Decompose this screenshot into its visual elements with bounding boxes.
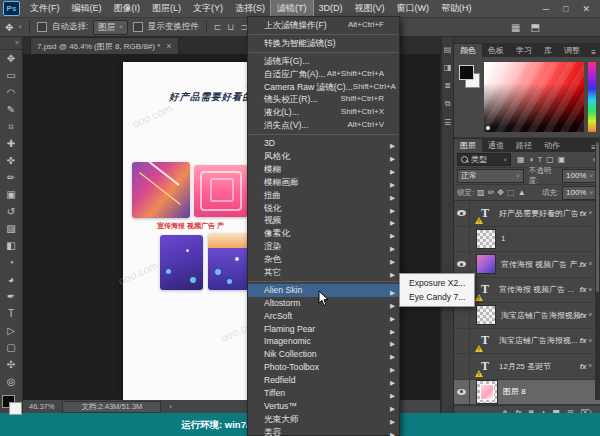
marquee-tool[interactable]: ▭	[0, 67, 22, 84]
layer-row[interactable]: T宣传海报 视频广告 ...fx˅	[454, 278, 600, 304]
shape-tool[interactable]: ▢	[0, 339, 22, 356]
layer-thumbnail[interactable]	[476, 305, 496, 325]
dodge-tool[interactable]: ◕	[0, 271, 22, 288]
filter-menu-item[interactable]: 3D▶	[248, 137, 399, 150]
menubar-item[interactable]: 文件(F)	[24, 0, 66, 17]
layer-thumbnail[interactable]: T	[476, 357, 494, 375]
visibility-toggle[interactable]	[454, 227, 470, 252]
menubar-item[interactable]: 窗口(W)	[391, 0, 436, 17]
brush-tool[interactable]: ✏	[0, 169, 22, 186]
layer-name[interactable]: 宣传海报 视频广告 产...	[501, 259, 580, 270]
align-icon[interactable]: ⊐	[240, 22, 247, 32]
hand-tool[interactable]: ✣	[0, 356, 22, 373]
filter-menu-item[interactable]: 风格化▶	[248, 150, 399, 163]
filter-menu-item[interactable]: 扭曲▶	[248, 189, 399, 202]
filter-menu-item[interactable]: 其它▶	[248, 266, 399, 279]
color-tab-库[interactable]: 库	[538, 44, 558, 57]
menubar-item[interactable]: 编辑(E)	[66, 0, 108, 17]
close-tab-icon[interactable]: ×	[166, 41, 171, 51]
filter-menu-item[interactable]: 转换为智能滤镜(S)	[248, 37, 399, 50]
menubar-item[interactable]: 图层(L)	[146, 0, 187, 17]
fill-dropdown[interactable]: 100% ˅	[562, 186, 597, 200]
layer-row[interactable]: 1	[454, 227, 600, 253]
minimize-button[interactable]: ─	[543, 4, 549, 14]
lock-option-icon[interactable]: ▨	[477, 188, 485, 197]
collapsed-panel-icon[interactable]: ▤	[444, 45, 452, 54]
auto-select-dropdown[interactable]: 图层 ˅	[93, 20, 128, 35]
color-tab-学习[interactable]: 学习	[510, 44, 538, 57]
background-color-swatch[interactable]	[9, 402, 22, 415]
zoom-tool[interactable]: ◎	[0, 373, 22, 390]
menubar-item[interactable]: 帮助(H)	[435, 0, 478, 17]
layers-tab-路径[interactable]: 路径	[510, 139, 538, 152]
menubar-item[interactable]: 图像(I)	[108, 0, 147, 17]
color-tab-颜色[interactable]: 颜色	[454, 44, 482, 57]
filter-menu-item[interactable]: 模糊▶	[248, 163, 399, 176]
layer-row[interactable]: 淘宝店铺广告海报视频...fx˅	[454, 303, 600, 329]
layer-type-filter-icon[interactable]: ▦	[517, 155, 525, 164]
plugin-submenu-item[interactable]: Exposure X2...	[400, 276, 474, 290]
collapsed-panel-icon[interactable]: ☰	[444, 118, 451, 127]
hue-ramp[interactable]	[588, 62, 596, 132]
menubar-item[interactable]: 选择(S)	[229, 0, 271, 17]
align-icon[interactable]: ⊔	[227, 22, 233, 32]
filter-menu-item[interactable]: Flaming Pear▶	[248, 323, 399, 336]
layers-tab-通道[interactable]: 通道	[482, 139, 510, 152]
visibility-toggle[interactable]	[454, 380, 470, 405]
layer-type-filter-icon[interactable]: ▢	[546, 155, 554, 164]
layer-name[interactable]: 淘宝店铺广告海报视频...	[501, 310, 580, 321]
move-tool-icon[interactable]: ✥	[5, 22, 13, 33]
layer-type-filter-icon[interactable]: ▣	[558, 155, 566, 164]
layer-row[interactable]: 图层 8	[454, 380, 600, 406]
close-button[interactable]: ✕	[582, 4, 590, 14]
filter-menu-item[interactable]: 镜头校正(R)...Shift+Ctrl+R	[248, 93, 399, 106]
layer-search-dropdown[interactable]: 类型 ˅	[457, 153, 511, 166]
move-tool[interactable]: ✥	[0, 50, 22, 67]
menubar-item[interactable]: 文字(Y)	[187, 0, 229, 17]
crop-tool[interactable]: ⌗	[0, 118, 22, 135]
filter-menu-item[interactable]: 滤镜库(G)...	[248, 55, 399, 68]
eyedropper-tool[interactable]: ✚	[0, 135, 22, 152]
show-transform-checkbox[interactable]	[133, 22, 143, 32]
filter-menu-item[interactable]: Tiffen▶	[248, 387, 399, 400]
workspace-icon[interactable]: ▦	[511, 22, 520, 33]
lock-option-icon[interactable]: ⬚	[507, 188, 515, 197]
lasso-tool[interactable]: ◠	[0, 84, 22, 101]
layer-thumbnail[interactable]	[476, 380, 498, 404]
filter-menu-item[interactable]: 视频▶	[248, 214, 399, 227]
eraser-tool[interactable]: ▨	[0, 220, 22, 237]
filter-menu-item[interactable]: Vertus™▶	[248, 400, 399, 413]
document-tab[interactable]: 7.psd @ 46.4% (图层 8, RGB/8#) * ×	[30, 37, 179, 54]
type-tool[interactable]: T	[0, 305, 22, 322]
filter-menu-item[interactable]: 光束大师▶	[248, 413, 399, 426]
filter-menu-item[interactable]: Redfield▶	[248, 374, 399, 387]
filter-menu-item[interactable]: Camera Raw 滤镜(C)...Shift+Ctrl+A	[248, 81, 399, 94]
foreground-color-swatch[interactable]	[459, 65, 474, 80]
panel-menu-icon[interactable]: ≡	[591, 48, 600, 57]
layer-thumbnail[interactable]	[476, 229, 496, 249]
lock-option-icon[interactable]: ▲	[518, 188, 526, 197]
layer-type-filter-icon[interactable]: T	[537, 155, 542, 164]
filter-menu-item[interactable]: 锐化▶	[248, 202, 399, 215]
layer-thumbnail[interactable]: T	[476, 332, 494, 350]
blur-tool[interactable]: ◔	[0, 254, 22, 271]
layer-thumbnail[interactable]: T	[476, 281, 494, 299]
filter-menu-item[interactable]: 模糊画廊▶	[248, 176, 399, 189]
menubar-item[interactable]: 3D(D)	[313, 0, 349, 17]
path-select-tool[interactable]: ▷	[0, 322, 22, 339]
collapsed-panel-icon[interactable]: ◨	[444, 63, 452, 72]
filter-menu-item[interactable]: 渲染▶	[248, 240, 399, 253]
zoom-level[interactable]: 46.37%	[29, 402, 54, 411]
clone-stamp-tool[interactable]: ▣	[0, 186, 22, 203]
layers-tab-动作[interactable]: 动作	[538, 139, 566, 152]
layer-row[interactable]: T好产品需要好看的广告fx˅	[454, 201, 600, 227]
visibility-toggle[interactable]	[454, 201, 470, 226]
collapsed-panel-icon[interactable]: ⧉	[445, 99, 451, 109]
filter-menu-item[interactable]: Photo-Toolbox▶	[248, 361, 399, 374]
layer-row[interactable]: T淘宝店铺广告海报视...fx˅	[454, 329, 600, 355]
filter-menu-item[interactable]: 液化(L)...Shift+Ctrl+X	[248, 106, 399, 119]
layers-tab-图层[interactable]: 图层	[454, 139, 482, 152]
filter-menu-item[interactable]: ArcSoft▶	[248, 310, 399, 323]
layer-name[interactable]: 淘宝店铺广告海报视...	[499, 335, 580, 346]
blend-mode-dropdown[interactable]: 正常 ˅	[457, 169, 524, 183]
